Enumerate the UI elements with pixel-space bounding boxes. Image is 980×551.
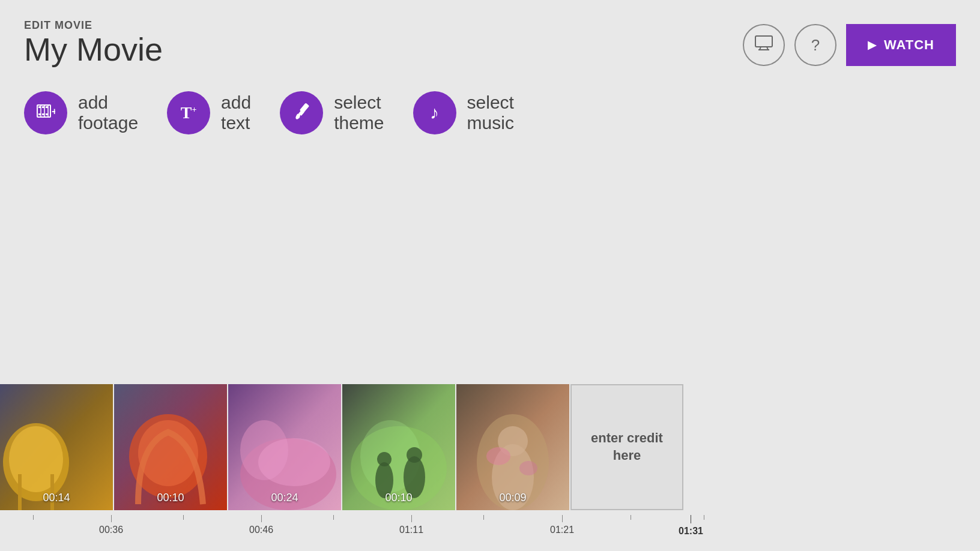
tick-minor-5: [631, 515, 631, 520]
svg-point-28: [258, 438, 330, 486]
clip-4[interactable]: 00:10: [342, 384, 455, 510]
add-footage-action[interactable]: + addfootage: [24, 91, 138, 134]
clip-3[interactable]: 00:24: [228, 384, 341, 510]
tick-minor-3: [333, 515, 334, 520]
credit-clip[interactable]: enter credithere: [570, 384, 683, 510]
add-text-circle: T+: [167, 91, 210, 134]
actions-row: + addfootage T+ addtext selecttheme ♪: [0, 67, 980, 134]
movie-title: My Movie: [24, 32, 163, 67]
clips-row: 00:14: [0, 384, 980, 510]
svg-text:+: +: [52, 106, 55, 116]
tick-minor-6: [704, 515, 704, 520]
watch-button[interactable]: ▶ WATCH: [846, 24, 956, 66]
svg-point-33: [377, 452, 392, 466]
select-theme-circle: [280, 91, 323, 134]
help-icon: ?: [811, 36, 820, 55]
tick-minor-2: [183, 515, 184, 520]
clip-3-duration: 00:24: [271, 492, 298, 504]
add-footage-label: addfootage: [78, 92, 138, 134]
watch-label: WATCH: [884, 37, 934, 53]
svg-rect-0: [755, 36, 772, 47]
music-icon: ♪: [430, 103, 439, 123]
edit-label: EDIT MOVIE: [24, 19, 163, 32]
film-icon: +: [36, 103, 55, 124]
credit-label: enter credithere: [591, 430, 663, 464]
text-icon: T+: [181, 104, 197, 121]
tick-00-36: 00:36: [99, 515, 123, 535]
select-music-action[interactable]: ♪ selectmusic: [413, 91, 514, 134]
add-footage-circle: +: [24, 91, 67, 134]
brush-icon: [292, 102, 310, 124]
clip-1-duration: 00:14: [43, 492, 70, 504]
tick-00-46: 00:46: [249, 515, 273, 535]
title-section: EDIT MOVIE My Movie: [24, 19, 163, 67]
select-music-circle: ♪: [413, 91, 456, 134]
clip-5-duration: 00:09: [499, 492, 526, 504]
bottom-area: 00:14: [0, 384, 980, 551]
svg-point-19: [9, 426, 63, 492]
help-button[interactable]: ?: [794, 24, 836, 66]
clip-2-duration: 00:10: [157, 492, 184, 504]
svg-point-41: [519, 461, 537, 475]
header-actions: ? ▶ WATCH: [743, 24, 956, 66]
clip-5[interactable]: 00:09: [456, 384, 569, 510]
svg-point-35: [407, 447, 422, 463]
play-icon: ▶: [868, 38, 877, 52]
tick-01-11: 01:11: [399, 515, 423, 535]
add-text-action[interactable]: T+ addtext: [167, 91, 251, 134]
svg-rect-20: [18, 474, 22, 510]
select-music-label: selectmusic: [467, 92, 514, 134]
monitor-button[interactable]: [743, 24, 785, 66]
tick-minor-4: [483, 515, 484, 520]
header: EDIT MOVIE My Movie ? ▶ WATCH: [0, 0, 980, 67]
select-theme-label: selecttheme: [334, 92, 384, 134]
clip-1[interactable]: 00:14: [0, 384, 113, 510]
clip-4-duration: 00:10: [385, 492, 412, 504]
svg-point-40: [486, 447, 510, 465]
add-text-label: addtext: [221, 92, 251, 134]
tick-01-31: 01:31: [679, 515, 703, 537]
clip-2[interactable]: 00:10: [114, 384, 227, 510]
tick-01-21: 01:21: [550, 515, 574, 535]
select-theme-action[interactable]: selecttheme: [280, 91, 384, 134]
timeline-markers: 00:36 00:46 01:11: [0, 510, 980, 551]
tick-minor-1: [33, 515, 34, 520]
monitor-icon: [755, 35, 773, 55]
